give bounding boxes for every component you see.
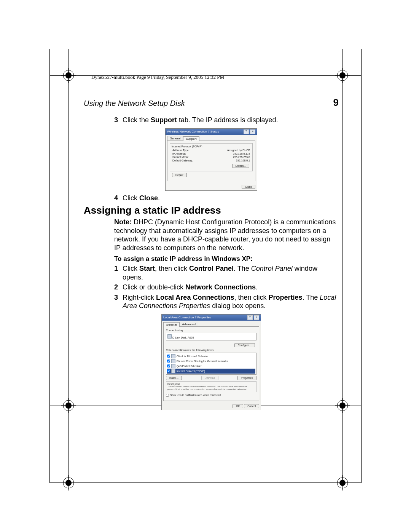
adapter-icon (167, 334, 172, 339)
tab-general[interactable]: General (167, 136, 183, 141)
page-number: 9 (333, 97, 339, 109)
step-3: 3 Click the Support tab. The IP address … (114, 116, 339, 125)
step-number: 4 (114, 194, 123, 203)
show-icon-checkbox[interactable] (166, 394, 169, 397)
dialog-title: Local Area Connection 7 Properties (163, 316, 211, 319)
description-label: Description (167, 383, 255, 385)
page-content: 3 Click the Support tab. The IP address … (84, 114, 339, 413)
registration-mark-icon (61, 398, 76, 413)
cancel-button[interactable]: Cancel (244, 404, 259, 408)
component-icon (171, 359, 175, 363)
window-controls: ? × (243, 129, 255, 134)
section-title: Using the Network Setup Disk (84, 99, 185, 108)
list-item[interactable]: File and Printer Sharing for Microsoft N… (167, 359, 255, 364)
registration-mark-icon (61, 68, 76, 83)
list-item-selected[interactable]: Internet Protocol (TCP/IP) (167, 369, 255, 374)
screenshot-lan-properties: Local Area Connection 7 Properties ? × G… (161, 314, 261, 410)
group-label: Internet Protocol (TCP/IP) (172, 145, 251, 148)
registration-mark-icon (335, 68, 350, 83)
step-number: 3 (114, 293, 123, 310)
kv-subnet-mask: Subnet Mask:255.255.255.0 (172, 155, 251, 159)
close-button[interactable]: Close (242, 185, 255, 189)
dialog-panel: Internet Protocol (TCP/IP) Address Type:… (167, 141, 255, 181)
step-number: 1 (114, 264, 123, 281)
kv-address-type: Address Type:Assigned by DHCP (172, 149, 251, 152)
note-paragraph: Note: DHPC (Dynamic Host Configuration P… (114, 218, 339, 252)
item-checkbox[interactable] (167, 355, 170, 358)
dialog-titlebar: Wireless Network Connection 7 Status ? × (166, 129, 257, 135)
screenshot-wireless-status: Wireless Network Connection 7 Status ? ×… (165, 128, 257, 191)
component-icon (171, 364, 175, 368)
details-button[interactable]: Details... (232, 164, 249, 168)
description-box: Description Transmission Control Protoco… (166, 381, 256, 392)
step-text: Click Close. (123, 194, 339, 203)
item-checkbox[interactable] (167, 369, 170, 372)
list-item[interactable]: QoS Packet Scheduler (167, 364, 255, 369)
dialog-tabs: General Support (166, 135, 257, 141)
component-icon (171, 369, 175, 373)
registration-mark-icon (335, 475, 350, 490)
crop-line (342, 49, 343, 483)
component-icon (171, 354, 175, 358)
configure-button[interactable]: Configure... (234, 343, 255, 347)
repair-button[interactable]: Repair (172, 173, 187, 177)
help-icon[interactable]: ? (244, 129, 249, 134)
components-listbox[interactable]: Client for Microsoft Networks File and P… (166, 353, 256, 375)
connect-using-label: Connect using: (166, 329, 256, 332)
step-text: Click Start, then click Control Panel. T… (123, 264, 339, 281)
kv-ip-address: IP Address:192.168.0.114 (172, 152, 251, 155)
show-icon-row[interactable]: Show icon in notification area when conn… (166, 394, 256, 397)
registration-mark-icon (61, 475, 76, 490)
step-4: 4 Click Close. (114, 194, 339, 203)
properties-button[interactable]: Properties (237, 376, 256, 380)
tab-support[interactable]: Support (183, 136, 199, 141)
adapter-name: D-Link DWL-A650 (172, 336, 194, 339)
proc-step-1: 1 Click Start, then click Control Panel.… (114, 264, 339, 281)
heading-assigning-static-ip: Assigning a static IP address (84, 204, 339, 216)
install-button[interactable]: Install... (166, 376, 182, 380)
step-number: 3 (114, 116, 123, 125)
dialog-tabs: General Advanced (162, 321, 261, 326)
uninstall-button: Uninstall (201, 376, 218, 380)
dialog-panel: Connect using: D-Link DWL-A650 Configure… (163, 326, 259, 401)
adapter-field: D-Link DWL-A650 (166, 333, 256, 340)
step-text: Click the Support tab. The IP address is… (123, 116, 339, 125)
item-checkbox[interactable] (167, 364, 170, 367)
uses-label: This connection uses the following items… (166, 349, 256, 351)
dialog-title: Wireless Network Connection 7 Status (167, 130, 219, 133)
description-body: Transmission Control Protocol/Internet P… (167, 385, 255, 391)
tab-general[interactable]: General (163, 322, 179, 327)
dialog-titlebar: Local Area Connection 7 Properties ? × (162, 315, 261, 321)
dialog-footer: OK Cancel (162, 403, 261, 410)
tab-advanced[interactable]: Advanced (179, 322, 198, 326)
proc-step-2: 2 Click or double-click Network Connecti… (114, 283, 339, 292)
procedure-subhead: To assign a static IP address in Windows… (114, 255, 339, 263)
book-header: Dynex5x7-multi.book Page 9 Friday, Septe… (91, 74, 224, 80)
step-number: 2 (114, 283, 123, 292)
step-text: Right-click Local Area Connections, then… (123, 293, 339, 310)
close-icon[interactable]: × (254, 315, 259, 320)
crop-line (68, 49, 69, 483)
item-checkbox[interactable] (167, 359, 170, 363)
step-text: Click or double-click Network Connection… (123, 283, 339, 292)
window-controls: ? × (247, 315, 259, 320)
show-icon-label: Show icon in notification area when conn… (170, 394, 221, 396)
close-icon[interactable]: × (250, 129, 255, 134)
running-head: Using the Network Setup Disk 9 (84, 97, 339, 111)
kv-default-gateway: Default Gateway:192.168.0.1 (172, 159, 251, 162)
proc-step-3: 3 Right-click Local Area Connections, th… (114, 293, 339, 310)
component-buttons: Install... Uninstall Properties (166, 376, 256, 380)
list-item[interactable]: Client for Microsoft Networks (167, 354, 255, 359)
ok-button[interactable]: OK (233, 404, 243, 408)
help-icon[interactable]: ? (247, 315, 253, 320)
